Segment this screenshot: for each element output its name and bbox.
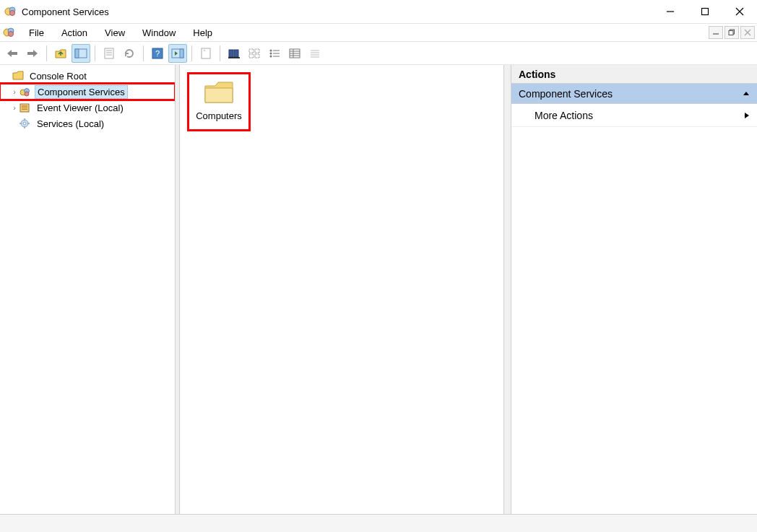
svg-text:?: ? <box>155 49 160 58</box>
right-splitter[interactable] <box>504 65 511 514</box>
tree-item-services[interactable]: Services (Local) <box>0 115 175 131</box>
folder-icon <box>12 70 25 82</box>
tree-item-label: Component Services <box>35 85 128 99</box>
svg-rect-28 <box>229 50 233 57</box>
svg-point-35 <box>270 49 272 51</box>
status-bar <box>0 515 757 532</box>
view-application-button[interactable] <box>225 44 243 63</box>
expander-icon[interactable]: › <box>10 103 19 112</box>
svg-rect-33 <box>249 54 254 58</box>
svg-point-58 <box>23 122 26 125</box>
component-services-icon <box>19 86 32 97</box>
toolbar-separator <box>220 45 220 61</box>
svg-rect-18 <box>75 49 79 58</box>
maximize-button[interactable] <box>688 0 722 23</box>
svg-rect-56 <box>22 109 27 110</box>
help-button[interactable]: ? <box>148 44 167 63</box>
svg-point-52 <box>25 92 29 96</box>
svg-rect-12 <box>729 31 733 35</box>
svg-rect-34 <box>255 54 259 58</box>
view-component-button[interactable] <box>245 44 264 63</box>
view-detail-button[interactable] <box>285 44 304 63</box>
menu-action[interactable]: Action <box>53 25 96 40</box>
content-item-label: Computers <box>196 110 242 121</box>
svg-rect-16 <box>27 52 33 55</box>
toolbar-separator <box>95 45 95 61</box>
svg-rect-31 <box>249 49 254 53</box>
close-button[interactable] <box>722 0 757 23</box>
svg-point-9 <box>9 32 14 37</box>
expander-icon[interactable]: › <box>10 87 19 96</box>
svg-point-39 <box>270 55 272 57</box>
tree-root[interactable]: Console Root <box>0 68 175 84</box>
show-hide-tree-button[interactable] <box>72 44 90 63</box>
actions-section-label: Component Services <box>519 88 613 100</box>
main-content: Console Root › Component Services › Even… <box>0 65 757 515</box>
menu-help[interactable]: Help <box>184 25 221 40</box>
svg-rect-26 <box>180 49 183 58</box>
app-icon <box>4 5 17 18</box>
tree-item-event-viewer[interactable]: › Event Viewer (Local) <box>0 100 175 115</box>
services-gear-icon <box>19 118 32 129</box>
actions-header: Actions <box>511 65 757 84</box>
tree-item-label: Event Viewer (Local) <box>35 102 126 114</box>
folder-icon <box>203 79 235 106</box>
svg-rect-55 <box>22 108 27 108</box>
tree-item-component-services[interactable]: › Component Services <box>0 84 175 100</box>
actions-section[interactable]: Component Services <box>511 84 757 104</box>
actions-more-actions[interactable]: More Actions <box>511 104 757 127</box>
forward-button[interactable] <box>23 44 42 63</box>
title-bar: Component Services <box>0 0 757 23</box>
tree-pane: Console Root › Component Services › Even… <box>0 65 176 514</box>
back-button[interactable] <box>3 44 22 63</box>
mdi-restore-button[interactable] <box>724 26 739 39</box>
svg-rect-29 <box>234 50 238 57</box>
tree-root-label: Console Root <box>27 70 89 82</box>
toolbar-separator <box>191 45 192 61</box>
svg-rect-54 <box>22 105 27 107</box>
content-pane: Computers <box>180 65 504 514</box>
svg-point-2 <box>10 11 15 16</box>
collapse-up-icon <box>743 90 750 97</box>
tree-item-label: Services (Local) <box>35 118 106 130</box>
toolbar-separator <box>143 45 144 61</box>
actions-row-label: More Actions <box>535 110 593 121</box>
content-item-computers[interactable]: Computers <box>187 72 251 131</box>
toolbar: ? <box>0 42 757 65</box>
svg-rect-4 <box>702 9 709 15</box>
new-window-button[interactable] <box>196 44 215 63</box>
show-hide-actions-button[interactable] <box>168 44 187 63</box>
mdi-app-icon <box>3 26 16 39</box>
mdi-controls <box>709 26 757 39</box>
menu-bar: File Action View Window Help <box>0 23 757 42</box>
svg-rect-32 <box>255 49 259 53</box>
event-viewer-icon <box>19 102 32 113</box>
svg-rect-27 <box>202 48 210 58</box>
view-list-button[interactable] <box>265 44 284 63</box>
properties-button[interactable] <box>100 44 118 63</box>
mdi-close-button[interactable] <box>740 26 755 39</box>
menu-window[interactable]: Window <box>134 25 184 40</box>
mdi-minimize-button[interactable] <box>709 26 723 39</box>
submenu-arrow-icon <box>744 112 750 119</box>
window-controls <box>653 0 757 23</box>
view-status-button[interactable] <box>306 44 324 63</box>
refresh-button[interactable] <box>120 44 139 63</box>
actions-pane: Actions Component Services More Actions <box>511 65 757 514</box>
menu-file[interactable]: File <box>20 25 53 40</box>
up-folder-button[interactable] <box>51 44 70 63</box>
toolbar-separator <box>46 45 47 61</box>
menu-view[interactable]: View <box>96 25 134 40</box>
svg-rect-19 <box>105 48 113 58</box>
window-title: Component Services <box>22 6 653 17</box>
svg-point-37 <box>270 52 272 54</box>
svg-rect-15 <box>12 52 17 55</box>
minimize-button[interactable] <box>653 0 688 23</box>
